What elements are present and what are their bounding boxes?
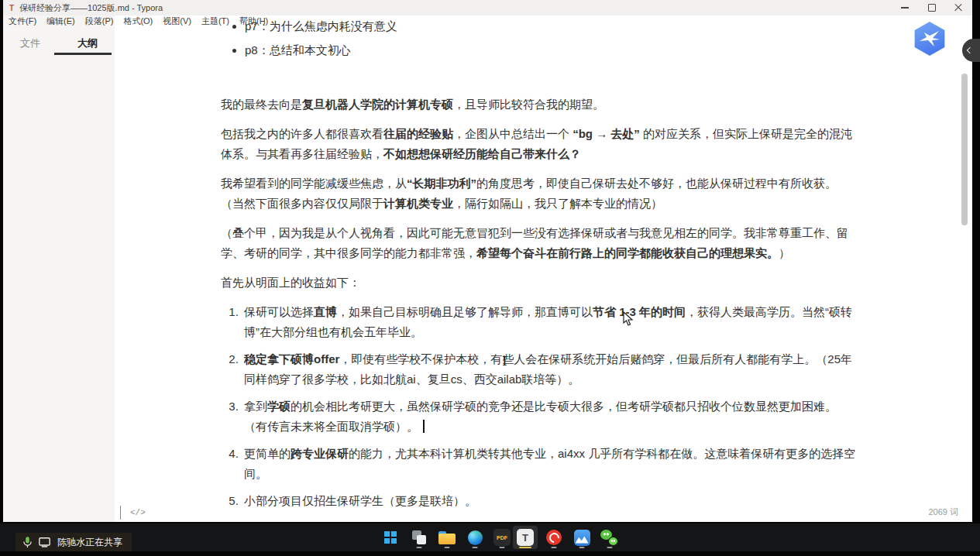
task-view-icon[interactable] [407, 526, 432, 549]
bold-text: 希望每个奋斗在前行路上的同学都能收获自己的理想果实。 [476, 246, 779, 259]
text-run: 首先从明面上的收益如下： [221, 276, 360, 289]
bold-text: 不如想想保研经历能给自己带来什么？ [383, 147, 581, 160]
text-run: 小部分项目仅招生保研学生（更多是联培）。 [244, 494, 476, 506]
menu-item[interactable]: 格式(O) [123, 15, 153, 27]
document-editor[interactable]: p7：为什么焦虑内耗没有意义p8：总结和本文初心我的最终去向是复旦机器人学院的计… [221, 15, 858, 506]
cloud-docs-app-glyph [574, 530, 590, 546]
typora-icon[interactable]: T [513, 526, 538, 549]
running-indicator [473, 547, 478, 549]
sidebar-collapse-icon[interactable] [120, 506, 121, 520]
list-item[interactable]: p7：为什么焦虑内耗没有意义 [245, 16, 858, 36]
maximize-button[interactable] [918, 0, 945, 15]
menu-bar: 文件(F)编辑(E)段落(P)格式(O)视图(V)主题(T)帮助(H) [9, 16, 268, 26]
text-run: ） [779, 246, 790, 259]
sidebar-tab-files[interactable]: 文件 [20, 36, 40, 50]
paragraph[interactable]: 首先从明面上的收益如下： [221, 273, 858, 293]
list-item[interactable]: 小部分项目仅招生保研学生（更多是联培）。 [242, 491, 858, 506]
text-run: 保研可以选择 [244, 305, 314, 318]
ibeam-cursor: I [502, 353, 507, 369]
cloud-docs-app-icon[interactable] [569, 526, 594, 549]
text-run: ，隔行如隔山，我只了解本专业的情况） [453, 197, 662, 210]
close-button[interactable] [945, 0, 972, 15]
mouse-cursor [623, 311, 634, 327]
netease-music-icon[interactable] [542, 526, 566, 549]
numbered-list: 保研可以选择直博，如果自己目标明确且足够了解导师，那直博可以节省 1-3 年的时… [221, 302, 858, 506]
bird-icon [918, 29, 941, 49]
list-item[interactable]: 保研可以选择直博，如果自己目标明确且足够了解导师，那直博可以节省 1-3 年的时… [242, 302, 858, 342]
task-view-glyph [412, 530, 426, 544]
screen-sharing-banner[interactable]: 陈驰水正在共享 [15, 533, 132, 551]
pdf-app-icon[interactable]: PDF [490, 526, 514, 549]
window-title: 保研经验分享——1025版.md - Typora [19, 2, 163, 14]
running-indicator [607, 547, 613, 549]
menu-item[interactable]: 文件(F) [9, 15, 36, 27]
scrollbar-thumb[interactable] [961, 74, 968, 225]
bullet-list: p7：为什么焦虑内耗没有意义p8：总结和本文初心 [221, 16, 858, 60]
running-indicator [579, 547, 585, 549]
bold-text: “bg → 去处” [573, 127, 640, 140]
paragraph[interactable]: 我希望看到的同学能减缓些焦虑，从“长期非功利”的角度思考，即使自己保研去处不够好… [221, 173, 858, 214]
sharing-status-text: 陈驰水正在共享 [57, 536, 122, 549]
source-code-mode-icon[interactable]: </> [130, 508, 146, 517]
text-run: ，企图从中总结出一个 [453, 127, 573, 140]
running-indicator [417, 547, 422, 549]
windows-start-glyph [384, 531, 397, 544]
bold-text: 复旦机器人学院的计算机专硕 [302, 98, 453, 111]
desktop: T 保研经验分享——1025版.md - Typora 文件(F)编辑(E)段落… [0, 0, 980, 556]
bold-text: 学硕 [267, 400, 291, 413]
running-indicator [519, 547, 531, 549]
file-explorer-glyph [438, 531, 456, 544]
bold-text: 跨专业保研 [291, 447, 349, 460]
list-item[interactable]: p8：总结和本文初心 [245, 40, 858, 60]
menu-item[interactable]: 段落(P) [85, 15, 114, 27]
bold-text: 节省 1-3 年的时间 [593, 305, 686, 318]
netease-music-glyph [546, 530, 562, 545]
typora-window: T 保研经验分享——1025版.md - Typora 文件(F)编辑(E)段落… [3, 0, 972, 522]
sidebar: 文件 大纲 [3, 15, 115, 522]
running-indicator [552, 547, 557, 549]
text-run: 的机会相比考研更大，虽然保研学硕的竞争还是比专硕大很多，但考研学硕都只招收个位数… [244, 400, 837, 433]
file-explorer-icon[interactable] [435, 526, 459, 549]
windows-start-icon[interactable] [378, 526, 403, 549]
paragraph[interactable]: 我的最终去向是复旦机器人学院的计算机专硕，且导师比较符合我的期望。 [221, 94, 858, 115]
menu-item[interactable]: 主题(T) [201, 15, 229, 27]
side-panel-handle[interactable] [962, 39, 980, 62]
text-run: 包括我之内的许多人都很喜欢看 [221, 127, 383, 140]
minimize-button[interactable] [891, 0, 918, 15]
menu-item[interactable]: 视图(V) [163, 15, 191, 27]
text-run: 我的最终去向是 [221, 98, 302, 111]
edge-browser-icon[interactable] [462, 526, 487, 549]
microphone-icon [23, 537, 32, 548]
list-item[interactable]: 更简单的跨专业保研的能力，尤其本科计算机类转其他专业，ai4xx 几乎所有学科都… [242, 444, 858, 484]
text-run: ，如果自己目标明确且足够了解导师，那直博可以 [337, 305, 593, 318]
list-item[interactable]: 拿到学硕的机会相比考研更大，虽然保研学硕的竞争还是比专硕大很多，但考研学硕都只招… [242, 396, 858, 437]
running-indicator [500, 547, 505, 549]
text-caret [423, 420, 425, 433]
active-tab-underline [54, 53, 112, 55]
sidebar-tab-outline[interactable]: 大纲 [77, 36, 98, 50]
text-run: p8：总结和本文初心 [245, 43, 351, 57]
menu-item[interactable]: 编辑(E) [46, 15, 75, 27]
chevron-left-icon [967, 47, 973, 53]
paragraph[interactable]: （叠个甲，因为我是从个人视角看，因此可能无意冒犯到一些没有选择保研或者与我意见相… [221, 223, 858, 263]
text-run: 我希望看到的同学能减缓些焦虑，从 [221, 177, 407, 190]
bold-text: 计算机类专业 [383, 197, 453, 210]
title-bar[interactable]: T 保研经验分享——1025版.md - Typora [3, 0, 972, 15]
edge-browser-glyph [468, 530, 483, 545]
menu-item[interactable]: 帮助(H) [239, 15, 268, 27]
list-item[interactable]: 稳定拿下硕博offer，即使有些学校不保护本校，有些人会在保研系统开始后赌鸽穿，… [242, 349, 858, 390]
running-indicator [445, 547, 450, 549]
taskbar: PDFT 中 15:50 2025/10/25 [0, 523, 980, 551]
bold-text: “长期非功利” [407, 177, 476, 190]
pdf-app-glyph: PDF [493, 529, 511, 546]
typora-app-icon: T [9, 4, 14, 12]
typora-glyph: T [517, 529, 534, 546]
wechat-icon[interactable] [597, 526, 622, 549]
bold-text: 稳定拿下硕博offer [244, 352, 339, 366]
paragraph[interactable]: 包括我之内的许多人都很喜欢看往届的经验贴，企图从中总结出一个 “bg → 去处”… [221, 124, 858, 164]
text-run: 更简单的 [244, 447, 291, 460]
bold-text: 直博 [314, 305, 337, 318]
text-run: ，且导师比较符合我的期望。 [453, 98, 604, 111]
wechat-glyph [600, 530, 619, 546]
screen-share-icon [39, 537, 50, 547]
